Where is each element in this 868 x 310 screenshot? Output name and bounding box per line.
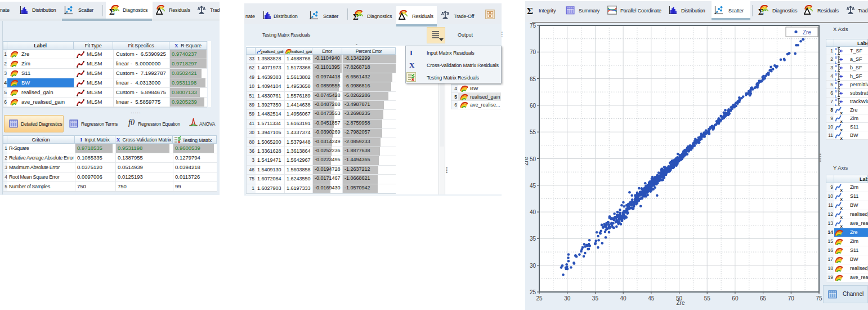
svg-text:U: U	[835, 47, 837, 51]
svg-text:Zre: Zre	[677, 300, 685, 306]
svg-text:45: 45	[530, 183, 536, 189]
svg-text:35: 35	[530, 236, 536, 242]
svg-text:x: x	[840, 127, 843, 131]
svg-text:65: 65	[530, 76, 536, 82]
svg-text:55: 55	[704, 295, 711, 302]
svg-text:25: 25	[530, 289, 536, 295]
svg-text:U: U	[835, 64, 837, 68]
svg-text:65: 65	[760, 295, 767, 302]
svg-text:U: U	[835, 56, 837, 59]
svg-text:55: 55	[530, 129, 536, 135]
svg-text:50: 50	[530, 156, 536, 162]
svg-text:x: x	[840, 224, 843, 228]
svg-text:75: 75	[816, 295, 822, 302]
svg-text:x: x	[840, 206, 843, 210]
svg-text:Zre: Zre	[525, 157, 529, 165]
svg-text:45: 45	[648, 295, 655, 302]
svg-text:75: 75	[530, 23, 536, 29]
svg-text:U: U	[835, 73, 837, 76]
svg-text:x: x	[840, 119, 843, 123]
svg-text:x: x	[840, 136, 843, 140]
svg-text:25: 25	[536, 295, 543, 302]
svg-text:70: 70	[530, 49, 536, 55]
svg-text:35: 35	[592, 295, 599, 302]
svg-text:60: 60	[732, 295, 739, 302]
svg-text:x: x	[840, 188, 843, 192]
svg-text:x: x	[840, 215, 843, 219]
svg-text:Σ: Σ	[353, 12, 359, 21]
svg-text:70: 70	[788, 295, 795, 302]
svg-text:30: 30	[530, 263, 536, 269]
svg-text:x: x	[840, 197, 843, 201]
svg-text:40: 40	[530, 209, 536, 215]
svg-text:60: 60	[530, 103, 536, 109]
svg-text:U: U	[835, 81, 837, 85]
svg-text:Σ: Σ	[758, 7, 764, 16]
svg-text:x: x	[840, 110, 843, 114]
svg-text:40: 40	[620, 295, 627, 302]
svg-text:U: U	[835, 98, 837, 101]
svg-text:Zre: Zre	[803, 29, 811, 36]
svg-text:30: 30	[564, 295, 571, 302]
svg-text:U: U	[835, 90, 837, 93]
svg-text:Σ: Σ	[109, 7, 115, 16]
